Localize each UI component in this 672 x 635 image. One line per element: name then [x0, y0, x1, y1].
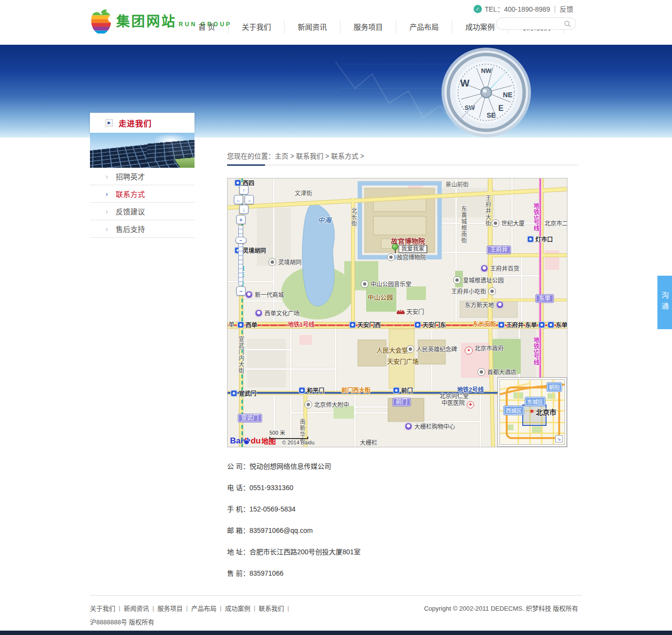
svg-text:NE: NE [503, 91, 512, 99]
sidebar-item-label: 反馈建议 [116, 206, 145, 216]
zoom-slider-track[interactable] [238, 225, 243, 285]
sidebar-item[interactable]: ›售后支持 [90, 220, 195, 238]
map-label: 人民大会堂 [376, 347, 408, 354]
footer-copyright: Copyright © 2002-2011 DEDECMS. 织梦科技 版权所有 [424, 603, 578, 613]
map-inset[interactable]: 朝阳东城区西城区★北京市 ↘ [497, 377, 567, 447]
map-label: 王府井百货 [480, 265, 519, 272]
map-label: 东长安街 [473, 321, 496, 328]
pan-left-button[interactable]: ← [234, 195, 243, 204]
map-label: 中山公园音乐堂 [361, 280, 411, 288]
footer-link[interactable]: 新闻资讯 [124, 603, 149, 613]
inset-label: 东城区 [525, 397, 545, 406]
contact-line: 公 司：悦动创想网络信息传媒公司 [227, 461, 582, 471]
map-label: 首都大酒店 [477, 368, 516, 376]
content-area: ▶ 走进我们 ›招聘英才›联系方式›反馈建议›售后支持 您现在的位置：主页 > … [90, 138, 582, 596]
map-label: 文津街 [295, 190, 312, 197]
map-label: 中医医院 [442, 400, 474, 408]
inset-label: 朝阳 [547, 383, 562, 391]
map-label: 中山公园 [368, 294, 393, 301]
chat-float-tab[interactable]: 沟通 [657, 276, 672, 329]
map-label: 灵境胡同 [268, 258, 301, 266]
map-label: 单 [229, 321, 234, 328]
map-label: 东单 [536, 295, 553, 302]
footer-link[interactable]: 产品布局 [191, 603, 216, 613]
pan-up-button[interactable]: ↑ [239, 185, 248, 194]
zoom-in-button[interactable]: + [236, 215, 246, 224]
site-header: 集团网站 RUN GROUP 首 页关于我们新闻资讯服务项目产品布局成功案例联系… [0, 0, 672, 45]
footer-link[interactable]: 关于我们 [90, 603, 115, 613]
map-label: 北长街 [350, 208, 357, 227]
footer-link[interactable]: 服务项目 [158, 603, 183, 613]
zoom-out-button[interactable]: − [236, 286, 246, 296]
inset-toggle-button[interactable]: ↘ [555, 435, 563, 442]
map-label: 地铁5号线 [532, 337, 539, 366]
separator: | [152, 604, 154, 612]
sidebar-item[interactable]: ›联系方式 [90, 185, 195, 203]
map-label: 宣武门 [238, 414, 262, 422]
map-label: 新一代商城 [245, 291, 284, 299]
map-label: 东黄城根南街 [460, 206, 467, 244]
map-label: 天安门 [397, 309, 424, 316]
map-label: 前门 [393, 387, 413, 394]
map-label: 王府井 [487, 246, 511, 254]
map-label: 东单 [525, 321, 545, 329]
footer-link[interactable]: 联系我们 [259, 603, 284, 613]
map-label: 西单文化广场 [255, 309, 300, 317]
search-icon[interactable] [564, 20, 571, 27]
pan-down-button[interactable]: ↓ [239, 205, 248, 214]
arrow-right-box-icon: ▶ [106, 119, 113, 126]
footer-record: 沪8888888号 版权所有 [90, 617, 582, 626]
separator: | [220, 604, 221, 612]
map-label: 天安门西 [349, 321, 381, 329]
contact-line: 邮 箱：835971066@qq.com [227, 526, 582, 535]
sidebar-item[interactable]: ›反馈建议 [90, 203, 195, 220]
breadcrumb: 您现在的位置：主页 > 联系我们 > 联系方式 > [227, 151, 578, 165]
breadcrumb-accent [227, 164, 265, 166]
sidebar-item-label: 招聘英才 [116, 171, 145, 181]
map-label: 北京同仁堂 [440, 393, 469, 400]
map-label: 前门西大街 [341, 387, 371, 394]
map-label: 世纪大厦 [492, 219, 525, 227]
footer-link[interactable]: 成功案例 [225, 603, 250, 613]
map-label: 中海 [318, 217, 331, 224]
bottom-bar [0, 631, 672, 635]
map-copyright: © 2014 Baidu [282, 440, 315, 445]
map-label: 王府井 [498, 321, 524, 329]
apple-rainbow-icon [90, 9, 112, 35]
map-label: 人民英雄纪念碑 [407, 345, 457, 353]
site-footer: 关于我们|新闻资讯|服务项目|产品布局|成功案例|联系我们| 沪8888888号… [90, 596, 582, 631]
map-label: 北京师大附中 [304, 401, 349, 408]
tel-text: TEL：400-1890-8989 [485, 4, 550, 14]
pan-right-button[interactable]: → [245, 195, 254, 204]
solar-panels-photo [90, 133, 195, 168]
map-label: 宣武门 [230, 390, 256, 397]
nav-item-1[interactable]: 首 页 [185, 19, 229, 34]
sidebar-item[interactable]: ›招聘英才 [90, 168, 195, 185]
sidebar-item-label: 售后支持 [116, 224, 145, 234]
svg-text:E: E [498, 104, 504, 112]
map-label: 北京市政府 [465, 345, 504, 354]
inset-label: ★ [529, 407, 535, 415]
nav-item-2[interactable]: 关于我们 [229, 19, 284, 34]
separator: | [186, 604, 188, 612]
map-label: 地铁5号线 [532, 203, 539, 232]
scale-bar [269, 437, 308, 439]
baidu-paw-icon [243, 437, 250, 445]
map-label: 景山前街 [445, 181, 469, 188]
map-label: 故宫博物院 [387, 253, 426, 261]
chevron-right-icon: › [106, 172, 108, 180]
map-label: 地铁1号线 [288, 321, 315, 328]
nav-item-3[interactable]: 新闻资讯 [284, 19, 340, 34]
map-label: 王府井小吃街 [451, 287, 496, 295]
search-input[interactable] [501, 20, 564, 27]
feedback-link[interactable]: 反馈 [560, 4, 573, 14]
map-label: 皇城根遗址公园 [453, 276, 504, 284]
baidu-map[interactable]: 西四文津街景山前街北长街中海地铁4号线故宫博物院我爱我家故宫博物院东黄城根南街王… [227, 178, 567, 447]
chevron-right-icon: › [106, 225, 108, 233]
map-label: 地铁2号线 [457, 387, 484, 393]
nav-item-5[interactable]: 产品布局 [396, 19, 452, 34]
map-label: 前门 [393, 398, 410, 406]
cloud-check-icon: ✓ [474, 5, 482, 13]
zoom-slider-handle[interactable]: − [235, 237, 247, 244]
nav-item-4[interactable]: 服务项目 [340, 19, 396, 34]
